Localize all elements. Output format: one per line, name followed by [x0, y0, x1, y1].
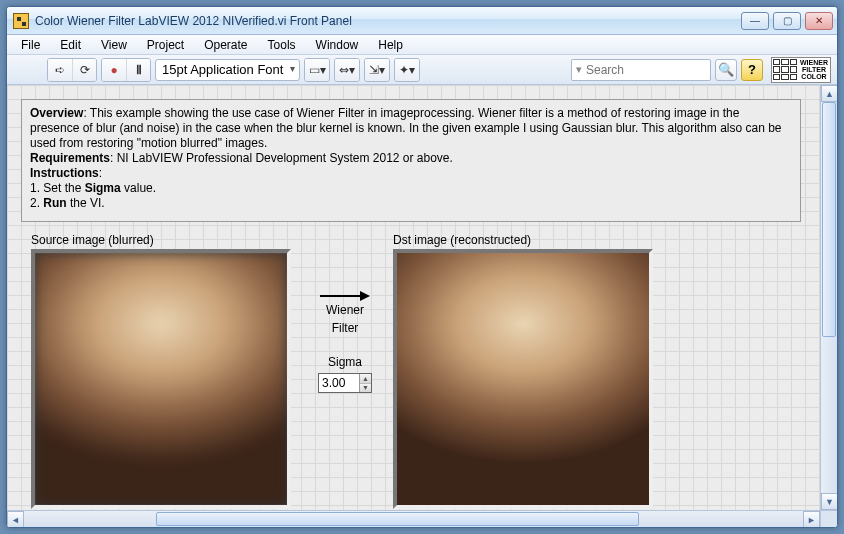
stop-group: ● Ⅱ: [101, 58, 151, 82]
dest-image-label: Dst image (reconstructed): [393, 233, 531, 247]
menu-edit[interactable]: Edit: [50, 36, 91, 54]
sigma-label: Sigma: [305, 355, 385, 369]
scroll-up-icon[interactable]: ▲: [821, 85, 838, 102]
resize-group: ⇲▾: [364, 58, 390, 82]
font-label: 15pt Application Font: [162, 62, 283, 77]
window-buttons: — ▢ ✕: [741, 12, 833, 30]
search-box[interactable]: ▾: [571, 59, 711, 81]
middle-column: Wiener Filter Sigma ▲ ▼: [305, 291, 385, 393]
menu-window[interactable]: Window: [306, 36, 369, 54]
menu-help[interactable]: Help: [368, 36, 413, 54]
dest-image: [397, 253, 649, 505]
search-caret-icon: ▾: [576, 63, 582, 76]
maximize-button[interactable]: ▢: [773, 12, 801, 30]
menu-file[interactable]: File: [11, 36, 50, 54]
reorder-button[interactable]: ✦▾: [395, 59, 419, 81]
app-icon: [13, 13, 29, 29]
vi-icon-text: WIENER FILTER COLOR: [798, 58, 830, 82]
titlebar[interactable]: Color Wiener Filter LabVIEW 2012 NIVerif…: [7, 7, 837, 35]
app-window: Color Wiener Filter LabVIEW 2012 NIVerif…: [6, 6, 838, 528]
vi-icon[interactable]: WIENER FILTER COLOR: [771, 57, 831, 83]
run-group: ➪ ⟳: [47, 58, 97, 82]
align-group: ▭▾: [304, 58, 330, 82]
arrow-icon: [305, 291, 385, 301]
source-image-panel[interactable]: [31, 249, 291, 509]
wiener-label-1: Wiener: [305, 303, 385, 317]
requirements-text: : NI LabVIEW Professional Development Sy…: [110, 151, 453, 165]
description-panel: Overview: This example showing the use c…: [21, 99, 801, 222]
font-selector[interactable]: 15pt Application Font: [155, 59, 300, 81]
minimize-button[interactable]: —: [741, 12, 769, 30]
content-area: Overview: This example showing the use c…: [7, 85, 837, 510]
menu-bar: File Edit View Project Operate Tools Win…: [7, 35, 837, 55]
scroll-down-icon[interactable]: ▼: [821, 493, 838, 510]
scroll-left-icon[interactable]: ◄: [7, 511, 24, 528]
distribute-group: ⇔▾: [334, 58, 360, 82]
menu-project[interactable]: Project: [137, 36, 194, 54]
search-icon[interactable]: 🔍: [715, 59, 737, 81]
menu-view[interactable]: View: [91, 36, 137, 54]
scroll-corner: [820, 511, 837, 527]
run-continuous-button[interactable]: ⟳: [72, 59, 96, 81]
sigma-control[interactable]: ▲ ▼: [318, 373, 372, 393]
dest-image-panel[interactable]: [393, 249, 653, 509]
vertical-scrollbar[interactable]: ▲ ▼: [820, 85, 837, 510]
instructions-heading: Instructions: [30, 166, 99, 180]
resize-button[interactable]: ⇲▾: [365, 59, 389, 81]
align-button[interactable]: ▭▾: [305, 59, 329, 81]
requirements-heading: Requirements: [30, 151, 110, 165]
scroll-right-icon[interactable]: ►: [803, 511, 820, 528]
vscroll-track[interactable]: [821, 102, 837, 493]
hscroll-thumb[interactable]: [156, 512, 639, 526]
source-image: [35, 253, 287, 505]
close-button[interactable]: ✕: [805, 12, 833, 30]
sigma-spinner[interactable]: ▲ ▼: [359, 374, 371, 392]
spin-up-icon[interactable]: ▲: [360, 374, 371, 384]
run-button[interactable]: ➪: [48, 59, 72, 81]
pause-button[interactable]: Ⅱ: [126, 59, 150, 81]
abort-button[interactable]: ●: [102, 59, 126, 81]
menu-tools[interactable]: Tools: [258, 36, 306, 54]
toolbar: ➪ ⟳ ● Ⅱ 15pt Application Font ▭▾ ⇔▾ ⇲▾ ✦…: [7, 55, 837, 85]
search-input[interactable]: [584, 62, 706, 78]
menu-operate[interactable]: Operate: [194, 36, 257, 54]
overview-heading: Overview: [30, 106, 83, 120]
overview-text: : This example showing the use case of W…: [30, 106, 782, 150]
hscroll-track[interactable]: [24, 511, 803, 527]
distribute-button[interactable]: ⇔▾: [335, 59, 359, 81]
sigma-input[interactable]: [319, 374, 359, 392]
horizontal-scrollbar[interactable]: ◄ ►: [7, 510, 837, 527]
vscroll-thumb[interactable]: [822, 102, 836, 337]
window-title: Color Wiener Filter LabVIEW 2012 NIVerif…: [35, 14, 741, 28]
spin-down-icon[interactable]: ▼: [360, 384, 371, 393]
front-panel-canvas[interactable]: Overview: This example showing the use c…: [7, 85, 820, 510]
source-image-label: Source image (blurred): [31, 233, 154, 247]
wiener-label-2: Filter: [305, 321, 385, 335]
help-button[interactable]: ?: [741, 59, 763, 81]
reorder-group: ✦▾: [394, 58, 420, 82]
